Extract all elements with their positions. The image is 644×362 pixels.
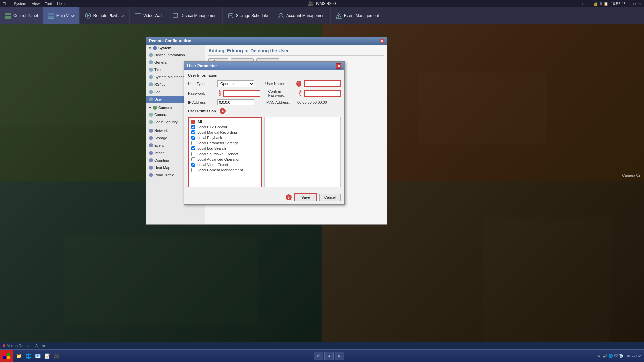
taskbar: 📁 🌐 📧 📝 🎥 ↺ ◄ ► EN 🔊 🌐 🛡 📡 04:56 PM [0, 349, 644, 362]
permission-section: User Primission 4 All Local PTZ Control [188, 108, 341, 187]
perm-manual-recording-checkbox[interactable] [191, 130, 195, 134]
dialog-overlay: User Parameter ✕ User Information User T… [0, 0, 644, 362]
perm-item-playback: Local Playback [190, 135, 260, 140]
save-badge: 5 [286, 194, 292, 200]
svg-rect-34 [7, 356, 10, 359]
perm-log-search-label: Local Log Search [197, 146, 226, 150]
perm-item-ptz: Local PTZ Control [190, 124, 260, 130]
perm-camera-mgmt-label: Local Camera Management [197, 168, 243, 172]
password-input[interactable] [223, 90, 260, 97]
perm-param-settings-checkbox[interactable] [191, 141, 195, 145]
perm-item-shutdown-reboot: Local Shutdown / Reboot [190, 151, 260, 157]
cancel-button[interactable]: Cancel [319, 194, 341, 201]
permission-right-panel [264, 117, 341, 187]
password-row: Password: 3 Confirm Password: 2 [188, 89, 341, 97]
perm-all-label: All [197, 120, 202, 124]
perm-item-all: All [190, 119, 260, 124]
taskbar-time: 04:56 PM [626, 354, 641, 358]
perm-ptz-label: Local PTZ Control [197, 125, 227, 129]
perm-camera-mgmt-checkbox[interactable] [191, 168, 195, 172]
perm-playback-checkbox[interactable] [191, 136, 195, 140]
taskbar-icon-1[interactable]: 📁 [15, 352, 23, 360]
svg-rect-32 [7, 353, 10, 356]
windows-logo-icon [3, 352, 10, 360]
status-bar: Motion Detection Alarm [0, 342, 644, 349]
perm-item-log-search: Local Log Search [190, 146, 260, 151]
perm-advanced-op-checkbox[interactable] [191, 157, 195, 161]
taskbar-right: EN 🔊 🌐 🛡 📡 04:56 PM [595, 354, 644, 358]
user-type-select[interactable]: Operator Administrator Viewer [217, 80, 254, 87]
taskbar-icon-5[interactable]: 🎥 [52, 352, 60, 360]
ip-address-input[interactable] [217, 99, 254, 105]
user-name-input[interactable] [304, 80, 341, 87]
ip-row: IP Address: MAC Address: 00:00:00:00:00:… [188, 99, 341, 105]
status-text: Motion Detection Alarm [7, 344, 45, 348]
taskbar-pinned-icons: 📁 🌐 📧 📝 🎥 [13, 352, 62, 360]
perm-playback-label: Local Playback [197, 136, 222, 140]
perm-shutdown-reboot-checkbox[interactable] [191, 152, 195, 156]
taskbar-icon-4[interactable]: 📝 [43, 352, 51, 360]
mac-address-value: 00:00:00:00:00:00 [296, 100, 328, 105]
perm-ptz-checkbox[interactable] [191, 125, 195, 129]
taskbar-lang: EN [595, 354, 600, 358]
start-button[interactable] [0, 350, 13, 362]
svg-rect-31 [3, 353, 6, 356]
perm-item-advanced-op: Local Advanced Operation [190, 157, 260, 162]
taskbar-nav: ↺ ◄ ► [314, 352, 344, 360]
dialog-body: User Information User Type: Operator Adm… [184, 70, 344, 191]
nav-prev-btn[interactable]: ◄ [324, 352, 334, 360]
user-type-label: User Type: [188, 82, 215, 86]
confirm-password-input[interactable] [304, 90, 341, 97]
perm-video-export-label: Local Video Export [197, 163, 228, 167]
permission-badge: 4 [220, 108, 226, 114]
save-button[interactable]: Save [294, 193, 317, 201]
permission-section-title: User Primission 4 [188, 108, 341, 115]
perm-manual-recording-label: Local Manual Recording [197, 130, 237, 134]
perm-item-camera-mgmt: Local Camera Management [190, 167, 260, 173]
all-square-icon [191, 120, 195, 124]
user-name-label: User Name: [265, 82, 292, 86]
permission-list: All Local PTZ Control Local Manual Recor… [188, 117, 262, 187]
perm-item-param-settings: Local Parameter Settings [190, 140, 260, 146]
taskbar-systray-icons: 🔊 🌐 🛡 📡 [603, 354, 624, 358]
confirm-password-label: Confirm Password: [268, 89, 295, 97]
nav-refresh-btn[interactable]: ↺ [314, 352, 323, 360]
perm-log-search-checkbox[interactable] [191, 146, 195, 150]
dialog-header: User Parameter ✕ [184, 62, 344, 70]
dialog-footer: 5 Save Cancel [184, 191, 344, 204]
dialog-close-button[interactable]: ✕ [336, 63, 341, 69]
mac-address-label: MAC Address: [266, 100, 293, 104]
taskbar-icon-2[interactable]: 🌐 [24, 352, 32, 360]
ip-address-label: IP Address: [188, 100, 215, 104]
user-type-row: User Type: Operator Administrator Viewer… [188, 80, 341, 87]
taskbar-icon-3[interactable]: 📧 [34, 352, 42, 360]
username-badge: 1 [296, 81, 301, 87]
dialog-win-controls: ✕ [336, 63, 341, 69]
nav-next-btn[interactable]: ► [335, 352, 344, 360]
taskbar-center: ↺ ◄ ► [62, 352, 595, 360]
user-info-section-title: User Information [188, 73, 341, 78]
confirm-password-badge: 2 [299, 90, 301, 96]
perm-param-settings-label: Local Parameter Settings [197, 141, 239, 145]
status-dot [3, 344, 5, 347]
perm-item-video-export: Local Video Export [190, 162, 260, 167]
dialog-title: User Parameter [187, 64, 217, 68]
perm-video-export-checkbox[interactable] [191, 163, 195, 167]
perm-shutdown-reboot-label: Local Shutdown / Reboot [197, 152, 238, 156]
svg-rect-33 [3, 356, 6, 359]
password-badge: 3 [219, 90, 221, 96]
perm-item-manual-recording: Local Manual Recording [190, 130, 260, 135]
password-label: Password: [188, 91, 215, 95]
perm-advanced-op-label: Local Advanced Operation [197, 157, 240, 161]
user-param-dialog: User Parameter ✕ User Information User T… [184, 61, 345, 205]
